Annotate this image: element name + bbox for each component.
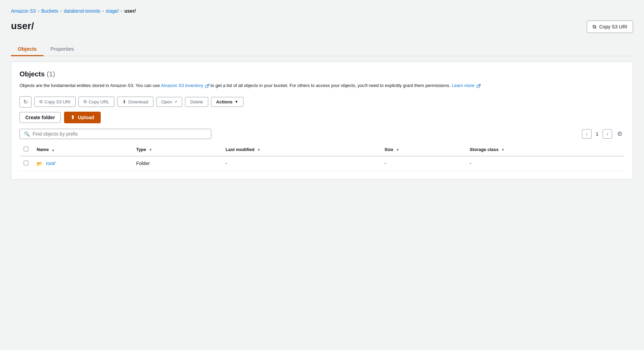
open-label: Open (161, 99, 172, 104)
row-name-link[interactable]: root/ (46, 161, 55, 166)
learn-more-external-link-icon (476, 84, 481, 88)
delete-button[interactable]: Delete (185, 97, 208, 107)
last-modified-sort-icon[interactable]: ▼ (257, 148, 261, 152)
select-all-checkbox[interactable] (24, 147, 28, 151)
th-last-modified: Last modified ▼ (221, 143, 380, 156)
secondary-toolbar-row: Create folder ⬆ Upload (20, 112, 624, 123)
copy-url-label: Copy URL (89, 99, 109, 104)
copy-url-button[interactable]: ⧉ Copy URL (78, 97, 114, 107)
upload-label: Upload (78, 115, 94, 120)
search-box: 🔍 (20, 129, 211, 139)
row-storage-class: - (466, 156, 624, 171)
amazon-s3-inventory-link[interactable]: Amazon S3 inventory (161, 83, 211, 88)
breadcrumb-sep-2: › (60, 9, 62, 13)
learn-more-link[interactable]: Learn more (452, 83, 481, 88)
copy-s3-uri-header-button[interactable]: ⧉ Copy S3 URI (587, 21, 633, 33)
header-row: user/ ⧉ Copy S3 URI (11, 21, 633, 33)
open-external-icon: ↗ (174, 100, 177, 104)
breadcrumb-stage-link[interactable]: stage/ (106, 8, 119, 14)
search-pagination-row: 🔍 ‹ 1 › ⚙ (20, 129, 624, 139)
tabs-container: Objects Properties (11, 42, 633, 56)
upload-icon: ⬆ (71, 114, 75, 121)
upload-button[interactable]: ⬆ Upload (64, 112, 100, 123)
th-size: Size ▼ (380, 143, 466, 156)
table-row: 📂 root/ Folder - - - (20, 156, 624, 171)
actions-label: Actions (216, 99, 233, 104)
objects-table: Name ▲ Type ▼ Last modified ▼ Size ▼ (20, 143, 624, 171)
copy-s3-uri-button[interactable]: ⧉ Copy S3 URI (34, 97, 76, 107)
objects-section-title: Objects (20, 70, 45, 78)
objects-card: Objects (1) Objects are the fundamental … (11, 62, 633, 179)
actions-chevron-icon: ▼ (235, 100, 238, 104)
storage-class-sort-icon[interactable]: ▼ (501, 148, 505, 152)
breadcrumb-bucket-link[interactable]: databend-toronto (64, 8, 100, 14)
size-sort-icon[interactable]: ▼ (396, 148, 399, 152)
row-name: 📂 root/ (33, 156, 132, 171)
download-label: Download (128, 99, 148, 104)
pagination-prev-button[interactable]: ‹ (582, 129, 592, 139)
th-name: Name ▲ (33, 143, 132, 156)
table-settings-button[interactable]: ⚙ (615, 129, 624, 139)
pagination-page: 1 (594, 131, 600, 137)
delete-label: Delete (190, 99, 203, 104)
search-input[interactable] (33, 131, 207, 137)
refresh-button[interactable]: ↻ (20, 96, 32, 108)
objects-header: Objects (1) (20, 70, 624, 78)
create-folder-label: Create folder (25, 115, 55, 120)
th-checkbox (20, 143, 33, 156)
chevron-left-icon: ‹ (586, 131, 588, 137)
row-last-modified: - (221, 156, 380, 171)
search-icon: 🔍 (24, 131, 30, 137)
row-type: Folder (132, 156, 221, 171)
type-sort-icon[interactable]: ▼ (149, 148, 152, 152)
page-title: user/ (11, 21, 34, 32)
objects-description: Objects are the fundamental entities sto… (20, 82, 624, 89)
refresh-icon: ↻ (23, 99, 28, 105)
tab-objects[interactable]: Objects (11, 42, 44, 56)
row-checkbox[interactable] (24, 161, 28, 165)
copy-s3-uri-label: Copy S3 URI (45, 99, 71, 104)
create-folder-button[interactable]: Create folder (20, 112, 61, 123)
pagination-next-button[interactable]: › (603, 129, 612, 139)
row-checkbox-cell (20, 156, 33, 171)
th-type: Type ▼ (132, 143, 221, 156)
th-storage-class: Storage class ▼ (466, 143, 624, 156)
breadcrumb-buckets-link[interactable]: Buckets (41, 8, 58, 14)
gear-icon: ⚙ (617, 130, 622, 138)
actions-button[interactable]: Actions ▼ (211, 97, 244, 107)
copy-icon: ⧉ (593, 24, 596, 30)
breadcrumb-current: user/ (124, 8, 136, 14)
pagination-controls: ‹ 1 › ⚙ (582, 129, 624, 139)
name-sort-icon[interactable]: ▲ (51, 148, 55, 152)
objects-count: (1) (47, 70, 55, 78)
external-link-icon (205, 84, 209, 88)
breadcrumb: Amazon S3 › Buckets › databend-toronto ›… (11, 8, 633, 14)
breadcrumb-sep-4: › (121, 9, 122, 13)
folder-icon: 📂 (37, 161, 42, 166)
open-button[interactable]: Open ↗ (156, 97, 183, 107)
toolbar-row: ↻ ⧉ Copy S3 URI ⧉ Copy URL ⬇ Download Op… (20, 96, 624, 108)
row-size: - (380, 156, 466, 171)
copy-s3-uri-icon: ⧉ (39, 99, 42, 104)
download-button[interactable]: ⬇ Download (117, 97, 153, 107)
download-icon: ⬇ (122, 99, 126, 104)
copy-s3-uri-header-label: Copy S3 URI (599, 24, 627, 29)
tab-properties[interactable]: Properties (44, 42, 80, 56)
table-header-row: Name ▲ Type ▼ Last modified ▼ Size ▼ (20, 143, 624, 156)
copy-url-icon: ⧉ (84, 99, 87, 104)
breadcrumb-sep-1: › (38, 9, 39, 13)
breadcrumb-s3-link[interactable]: Amazon S3 (11, 8, 36, 14)
chevron-right-icon: › (607, 131, 608, 137)
breadcrumb-sep-3: › (102, 9, 104, 13)
